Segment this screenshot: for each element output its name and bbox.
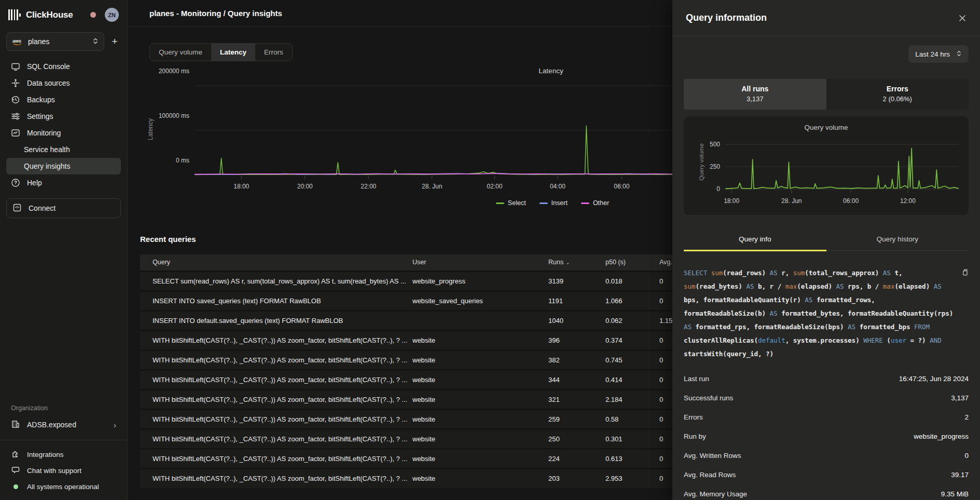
sidebar-item-backups[interactable]: Backups [6,91,121,108]
latency-plot-area[interactable] [195,78,672,181]
panel-tabs: Query info Query history [684,229,969,251]
sidebar-item-sql-console[interactable]: SQL Console [6,58,121,75]
col-query[interactable]: Query [140,254,412,271]
table-row[interactable]: WITH bitShiftLeft(CAST(?..), _CAST(?..))… [140,468,672,488]
table-row[interactable]: WITH bitShiftLeft(CAST(?..), _CAST(?..))… [140,330,672,350]
table-row[interactable]: WITH bitShiftLeft(CAST(?..), _CAST(?..))… [140,449,672,468]
sort-desc-icon: ⌄ [565,260,570,265]
x-axis-ticks: 18:0028. Jun06:0012:00 [725,197,959,206]
console-icon [11,62,20,71]
query-details-list: Last run16:47:25, Jun 28 2024Successful … [684,369,969,500]
sidebar-item-data-sources[interactable]: Data sources [6,75,121,91]
main-content: planes - Monitoring / Query insights Que… [128,0,672,500]
table-row[interactable]: WITH bitShiftLeft(CAST(?..), _CAST(?..))… [140,350,672,370]
monitoring-icon [11,128,20,138]
query-information-panel: Query information Last 24 hrs All runs 3… [672,0,980,500]
chevron-up-down-icon [92,37,99,46]
recent-queries-table: Query User Runs⌄ p50 (s) Avg. SELECT sum… [140,254,672,488]
y-tick: 500 [702,141,720,148]
chart-legend: SelectInsertOther [496,199,609,207]
puzzle-icon [11,449,20,460]
table-row[interactable]: WITH bitShiftLeft(CAST(?..), _CAST(?..))… [140,409,672,429]
col-p50[interactable]: p50 (s) [605,254,659,271]
detail-row: Avg. Memory Usage9.35 MiB [684,484,969,500]
col-user[interactable]: User [412,254,548,271]
chat-bubble-icon [11,465,20,476]
copy-icon[interactable] [961,267,969,281]
detail-row: Last run16:47:25, Jun 28 2024 [684,369,969,388]
legend-item-other[interactable]: Other [581,199,609,207]
sidebar-divider [0,440,127,440]
sidebar-item-settings[interactable]: Settings [6,108,121,125]
service-selector[interactable]: aws planes [6,32,104,51]
errors-toggle[interactable]: Errors 2 (0.06%) [826,79,969,110]
errors-count: 2 (0.06%) [826,95,969,103]
x-tick: 28. Jun [781,197,802,205]
table-row[interactable]: INSERT INTO saved_queries (text) FORMAT … [140,291,672,310]
history-icon [11,95,20,104]
y-tick: 250 [702,163,720,170]
help-icon [11,178,20,187]
sql-code-block[interactable]: SELECT sum(read_rows) AS r, sum(total_ro… [684,266,969,361]
app-title: ClickHouse [26,10,73,20]
avatar[interactable]: ZN [105,8,119,22]
y-tick: 0 ms [128,157,189,164]
latency-chart: Latency Latency 200000 ms 100000 ms 0 ms… [128,58,672,214]
sidebar-item-integrations[interactable]: Integrations [6,447,121,463]
chart-title: Latency [539,67,563,75]
table-row[interactable]: INSERT INTO default.saved_queries (text)… [140,310,672,330]
x-tick: 20:00 [297,183,313,190]
volume-plot-area[interactable] [725,138,959,195]
table-row[interactable]: WITH bitShiftLeft(CAST(?..), _CAST(?..))… [140,370,672,389]
x-tick: 18:00 [233,183,249,190]
table-row[interactable]: SELECT sum(read_rows) AS r, sum(total_ro… [140,271,672,291]
col-runs[interactable]: Runs⌄ [548,254,605,271]
detail-row: Run bywebsite_progress [684,427,969,446]
status-ok-icon [13,484,18,489]
detail-row: Avg. Written Rows0 [684,446,969,465]
organization-name: ADSB.exposed [27,421,76,429]
sidebar-item-help[interactable]: Help [6,174,121,191]
sidebar-item-monitoring[interactable]: Monitoring [6,125,121,141]
x-tick: 04:00 [550,183,565,190]
all-runs-toggle[interactable]: All runs 3,137 [684,79,826,110]
col-avg[interactable]: Avg. [659,254,672,271]
tab-query-history[interactable]: Query history [826,229,969,250]
x-tick: 02:00 [487,183,502,190]
app-window: ClickHouse ZN aws planes + SQL Console [0,0,980,500]
sidebar-item-query-insights[interactable]: Query insights [6,158,121,174]
svg-text:aws: aws [12,38,21,44]
recent-queries-section: Recent queries Query User Runs⌄ p50 (s) … [140,235,672,500]
table-row[interactable]: WITH bitShiftLeft(CAST(?..), _CAST(?..))… [140,429,672,449]
sidebar-item-chat-support[interactable]: Chat with support [6,463,121,479]
detail-row: Successful runs3,137 [684,388,969,408]
organization-label: Organization [6,404,121,412]
x-tick: 12:00 [900,197,916,205]
volume-chart-title: Query volume [684,124,969,131]
runs-errors-toggle: All runs 3,137 Errors 2 (0.06%) [684,79,969,110]
clickhouse-logo-icon [8,9,21,21]
sidebar-item-service-health[interactable]: Service health [6,141,121,158]
table-row[interactable]: WITH bitShiftLeft(CAST(?..), _CAST(?..))… [140,389,672,409]
tab-query-info[interactable]: Query info [684,229,826,251]
chevron-up-down-icon [956,50,962,59]
page-title: planes - Monitoring / Query insights [149,9,282,18]
panel-header: Query information [672,0,980,36]
time-range-select[interactable]: Last 24 hrs [908,45,969,63]
connect-button[interactable]: Connect [6,198,121,218]
y-axis-label: Latency [147,103,154,155]
organization-switcher[interactable]: ADSB.exposed › [6,417,121,433]
recent-queries-title: Recent queries [140,235,672,244]
notification-dot-icon[interactable] [90,12,96,18]
table-header-row: Query User Runs⌄ p50 (s) Avg. [140,254,672,271]
sidebar: ClickHouse ZN aws planes + SQL Console [0,0,128,500]
legend-item-insert[interactable]: Insert [540,199,568,207]
legend-item-select[interactable]: Select [496,199,526,207]
system-status[interactable]: All systems operational [6,479,121,495]
close-icon[interactable] [958,14,967,22]
building-icon [11,420,20,430]
add-service-button[interactable]: + [108,36,121,47]
x-tick: 22:00 [361,183,376,190]
chevron-right-icon: › [114,421,116,429]
aws-icon: aws [12,38,23,45]
